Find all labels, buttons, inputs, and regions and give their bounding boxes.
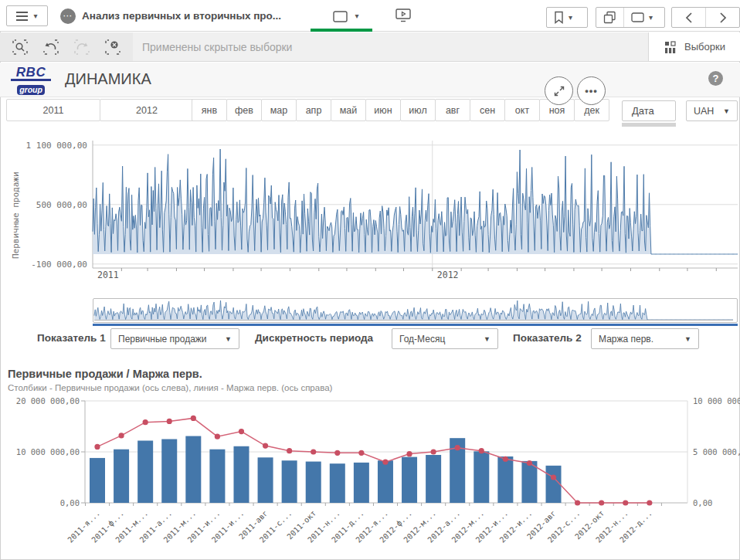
currency-dropdown[interactable]: UAH ▼ (686, 100, 738, 121)
svg-text:2012: 2012 (437, 270, 459, 280)
indicator1-label: Показатель 1 (37, 332, 106, 344)
sheet-header: RBC group ДИНАМИКА ? (0, 63, 740, 97)
prev-sheet-button[interactable] (672, 8, 705, 27)
svg-text:20 000 000,00: 20 000 000,00 (16, 396, 80, 406)
rbc-group-logo: RBC group (9, 66, 53, 96)
chevron-down-icon: ▾ (649, 14, 653, 22)
redo-icon (73, 38, 91, 56)
combo-chart-title: Первичные продажи / Маржа перв. (8, 368, 202, 380)
svg-text:1 100 000,00: 1 100 000,00 (26, 141, 87, 151)
period-value: Год-Месяц (399, 334, 445, 344)
svg-text:0,00: 0,00 (60, 498, 80, 507)
current-sheet-button[interactable]: ▾ (320, 6, 372, 26)
duplicate-sheets-icon (603, 11, 616, 24)
active-sheet-indicator (311, 29, 372, 32)
indicator2-value: Маржа перв. (599, 334, 653, 344)
chevron-down-icon: ▼ (225, 335, 232, 343)
month-filter-май[interactable]: май (331, 99, 366, 121)
selections-grid-icon (664, 40, 677, 54)
chevron-down-icon: ▾ (355, 12, 358, 20)
indicator1-value: Первичные продажи (118, 334, 207, 344)
presentation-mode-button[interactable] (392, 7, 414, 25)
selections-label: Выборки (684, 41, 725, 53)
bookmark-icon (554, 11, 564, 24)
chevron-down-icon: ▼ (684, 335, 691, 343)
sheet-nav-group (671, 7, 740, 28)
help-icon[interactable]: ? (708, 71, 723, 86)
year-filter-2012[interactable]: 2012 (100, 99, 194, 121)
app-title: Анализ первичных и вторичных про... (82, 10, 281, 22)
fullscreen-chart-button[interactable] (545, 76, 573, 105)
month-filter-апр[interactable]: апр (296, 99, 331, 121)
app-window: ▾ ··· Анализ первичных и вторичных про..… (0, 0, 740, 560)
undo-icon (42, 38, 60, 56)
month-filter-мар[interactable]: мар (261, 99, 297, 121)
expand-icon (552, 83, 567, 99)
month-filter-янв[interactable]: янв (192, 99, 227, 121)
month-filter-окт[interactable]: окт (504, 99, 540, 121)
selection-status-text: Применены скрытые выборки (142, 32, 292, 61)
month-filter-фев[interactable]: фев (226, 99, 262, 121)
period-label: Дискретность периода (255, 332, 373, 344)
chevron-down-icon: ▼ (484, 335, 491, 343)
sales-margin-combo-chart[interactable]: 20 000 000,0010 000 000,000,0010 000 000… (0, 396, 740, 560)
currency-value: UAH (694, 106, 714, 117)
month-filter-июн[interactable]: июн (365, 99, 401, 121)
chevron-down-icon: ▼ (723, 107, 730, 115)
redo-selection-button[interactable] (72, 37, 92, 57)
indicator2-dropdown[interactable]: Маржа перв. ▼ (591, 328, 699, 349)
selection-bar: Применены скрытые выборки Выборки (0, 32, 740, 62)
sheets-overview-button[interactable] (596, 8, 623, 27)
bookmarks-button[interactable]: ▾ (547, 8, 579, 27)
sheet-icon (631, 12, 644, 22)
chevron-down-icon: ▾ (569, 14, 572, 22)
period-dropdown[interactable]: Год-Месяц ▼ (392, 328, 498, 349)
sheet-list-button[interactable]: ▾ (623, 8, 660, 27)
undo-selection-button[interactable] (41, 37, 61, 57)
svg-text:2011: 2011 (97, 270, 119, 280)
primary-sales-line-chart[interactable]: 1 100 000,00500 000,00-100 000,002011201… (0, 125, 740, 280)
top-toolbar: ▾ ··· Анализ первичных и вторичных про..… (0, 0, 740, 32)
sheet-icon (333, 11, 348, 22)
global-menu-button[interactable]: ▾ (6, 5, 48, 26)
selection-search-icon (11, 38, 29, 56)
presentation-icon (395, 8, 412, 23)
clear-selections-icon (104, 38, 122, 56)
svg-text:5 000 000,00: 5 000 000,00 (693, 447, 740, 456)
indicator2-label: Показатель 2 (513, 332, 582, 344)
selection-tools (0, 32, 133, 61)
bookmarks-group: ▾ (546, 7, 588, 28)
date-field[interactable]: Дата (622, 100, 676, 121)
month-filter-июл[interactable]: июл (400, 99, 436, 121)
selections-panel-button[interactable]: Выборки (648, 32, 740, 61)
indicator1-dropdown[interactable]: Первичные продажи ▼ (110, 328, 239, 349)
year-filter-2011[interactable]: 2011 (6, 99, 100, 121)
chart-range-navigator[interactable] (93, 298, 738, 323)
ellipsis-icon: ••• (585, 85, 598, 97)
hamburger-icon (16, 12, 28, 21)
logo-text-rbc: RBC (9, 66, 53, 79)
navigator-scrollbar[interactable] (93, 324, 738, 326)
svg-text:-100 000,00: -100 000,00 (31, 260, 87, 270)
chevron-down-icon: ▾ (33, 12, 37, 20)
svg-text:10 000 000,00: 10 000 000,00 (16, 447, 80, 456)
svg-text:10 000 000,00: 10 000 000,00 (693, 396, 740, 406)
chart-options-button[interactable]: ••• (577, 76, 606, 105)
page-title: ДИНАМИКА (65, 70, 151, 88)
chevron-right-icon (718, 12, 728, 24)
logo-text-group: group (17, 85, 45, 95)
month-filter-сен[interactable]: сен (470, 99, 505, 121)
svg-text:0,00: 0,00 (693, 498, 712, 507)
app-options-icon[interactable]: ··· (60, 8, 76, 24)
smart-search-button[interactable] (10, 37, 30, 57)
svg-text:500 000,00: 500 000,00 (36, 200, 87, 210)
navigator-mini-chart (93, 299, 737, 322)
combo-chart-subtitle: Столбики - Первичные продажи (ось слева)… (8, 383, 332, 392)
clear-selections-button[interactable] (103, 37, 123, 57)
chevron-left-icon (684, 12, 694, 24)
next-sheet-button[interactable] (705, 8, 739, 27)
sheets-group: ▾ (596, 7, 665, 28)
month-filter-авг[interactable]: авг (435, 99, 470, 121)
